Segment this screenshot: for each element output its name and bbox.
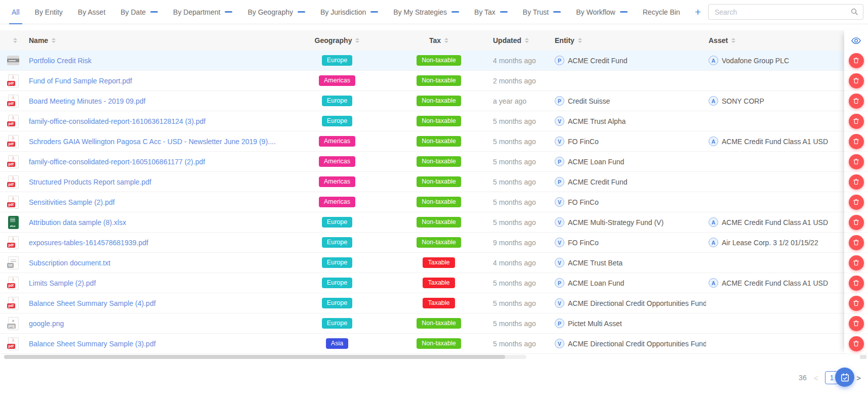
- minus-icon[interactable]: [553, 11, 561, 13]
- asset-cell: AACME Credit Fund Class A1 USD: [706, 278, 844, 288]
- table-row[interactable]: Structured Products Report sample.pdfAme…: [0, 172, 844, 192]
- tab-by-workflow[interactable]: By Workflow: [568, 0, 635, 24]
- tab-by-asset[interactable]: By Asset: [70, 0, 113, 24]
- tab-all[interactable]: All: [4, 0, 27, 24]
- column-header-select[interactable]: [0, 38, 26, 43]
- sort-icon[interactable]: [578, 38, 582, 43]
- table-row[interactable]: Attribution data sample (8).xlsxEuropeNo…: [0, 212, 844, 233]
- sort-icon[interactable]: [525, 38, 529, 43]
- entity-label: ACME Loan Fund: [568, 158, 624, 166]
- delete-button[interactable]: [849, 174, 864, 190]
- sort-icon[interactable]: [355, 38, 359, 43]
- delete-button[interactable]: [849, 195, 864, 210]
- entity-label: ACME Multi-Strategy Fund (V): [568, 218, 664, 227]
- minus-icon[interactable]: [620, 11, 628, 13]
- tab-by-my-strategies[interactable]: By My Strategies: [386, 0, 467, 24]
- delete-button[interactable]: [849, 296, 864, 311]
- sort-icon[interactable]: [52, 38, 56, 43]
- entity-label: ACME Credit Fund: [568, 57, 627, 65]
- document-link[interactable]: Fund of Fund Sample Report.pdf: [29, 77, 132, 85]
- column-header-name[interactable]: Name: [26, 36, 299, 44]
- scrollbar-corner: [860, 355, 866, 359]
- entity-label: Pictet Multi Asset: [568, 320, 622, 328]
- add-tab-button[interactable]: +: [688, 6, 708, 18]
- delete-button[interactable]: [849, 255, 864, 270]
- delete-button[interactable]: [849, 73, 864, 88]
- delete-button[interactable]: [849, 215, 864, 230]
- minus-icon[interactable]: [370, 11, 378, 13]
- table-row[interactable]: Portfolio Credit RiskEuropeNon-taxable4 …: [0, 51, 844, 71]
- search-input[interactable]: [708, 4, 863, 20]
- updated-cell: 5 months ago: [478, 117, 552, 125]
- table-row[interactable]: Board Meeting Minutes - 2019 09.pdfEurop…: [0, 91, 844, 111]
- table-row[interactable]: Balance Sheet Summary Sample (4).pdfEuro…: [0, 293, 844, 313]
- document-link[interactable]: Schroders GAIA Wellington Pagosa C Acc -…: [29, 138, 276, 146]
- delete-button[interactable]: [849, 235, 864, 250]
- delete-button[interactable]: [849, 94, 864, 109]
- next-page-button[interactable]: >: [856, 374, 861, 382]
- document-link[interactable]: google.png: [29, 320, 64, 328]
- asset-label: Vodafone Group PLC: [722, 57, 789, 65]
- table-row[interactable]: Fund of Fund Sample Report.pdfAmericasNo…: [0, 71, 844, 91]
- document-link[interactable]: family-office-consolidated-report-160510…: [29, 158, 205, 166]
- delete-button[interactable]: [849, 134, 864, 149]
- delete-button[interactable]: [849, 53, 864, 68]
- table-row[interactable]: Balance Sheet Summary Sample (3).pdfAsia…: [0, 334, 844, 354]
- sort-icon[interactable]: [731, 38, 735, 43]
- column-header-entity[interactable]: Entity: [552, 36, 706, 44]
- document-link[interactable]: Sensitivities Sample (2).pdf: [29, 198, 115, 206]
- document-link[interactable]: Limits Sample (2).pdf: [29, 279, 96, 287]
- tab-by-department[interactable]: By Department: [166, 0, 240, 24]
- name-cell: Schroders GAIA Wellington Pagosa C Acc -…: [26, 137, 299, 146]
- tab-recycle-bin[interactable]: Recycle Bin: [635, 0, 688, 24]
- column-header-asset[interactable]: Asset: [706, 36, 844, 44]
- table-row[interactable]: family-office-consolidated-report-161063…: [0, 111, 844, 131]
- scrollbar-thumb[interactable]: [4, 355, 505, 359]
- tab-by-entity[interactable]: By Entity: [27, 0, 70, 24]
- sort-icon[interactable]: [444, 38, 448, 43]
- document-link[interactable]: Attribution data sample (8).xlsx: [29, 218, 126, 227]
- minus-icon[interactable]: [500, 11, 508, 13]
- tab-by-tax[interactable]: By Tax: [467, 0, 515, 24]
- calendar-fab-button[interactable]: [835, 368, 854, 387]
- tab-by-jurisdiction[interactable]: By Jurisdiction: [313, 0, 386, 24]
- document-link[interactable]: exposures-tables-1614578681939.pdf: [29, 239, 148, 247]
- minus-icon[interactable]: [150, 11, 158, 13]
- table-row[interactable]: Sensitivities Sample (2).pdfAmericasNon-…: [0, 192, 844, 212]
- tax-badge: Non-taxable: [417, 176, 461, 187]
- column-header-tax[interactable]: Tax: [400, 36, 478, 44]
- tax-badge: Non-taxable: [417, 96, 461, 106]
- prev-page-button[interactable]: <: [814, 374, 818, 382]
- delete-button[interactable]: [849, 154, 864, 169]
- column-header-updated[interactable]: Updated: [478, 36, 552, 44]
- table-row[interactable]: exposures-tables-1614578681939.pdfEurope…: [0, 233, 844, 253]
- document-link[interactable]: Board Meeting Minutes - 2019 09.pdf: [29, 97, 145, 105]
- tab-by-date[interactable]: By Date: [113, 0, 166, 24]
- delete-button[interactable]: [849, 114, 864, 129]
- document-link[interactable]: Structured Products Report sample.pdf: [29, 178, 151, 186]
- minus-icon[interactable]: [451, 11, 459, 13]
- table-row[interactable]: google.pngEuropeNon-taxable5 months agoP…: [0, 313, 844, 334]
- column-label-tax: Tax: [429, 36, 441, 44]
- minus-icon[interactable]: [225, 11, 232, 13]
- document-link[interactable]: Subscription document.txt: [29, 259, 110, 267]
- eye-icon[interactable]: [851, 35, 861, 46]
- column-header-geography[interactable]: Geography: [299, 36, 376, 44]
- minus-icon[interactable]: [298, 11, 305, 13]
- search-icon[interactable]: [850, 8, 858, 16]
- delete-button[interactable]: [849, 276, 864, 291]
- document-link[interactable]: Balance Sheet Summary Sample (3).pdf: [29, 340, 156, 348]
- sort-icon[interactable]: [13, 38, 17, 43]
- table-row[interactable]: Limits Sample (2).pdfEuropeTaxable5 mont…: [0, 273, 844, 293]
- delete-button[interactable]: [849, 336, 864, 351]
- table-row[interactable]: family-office-consolidated-report-160510…: [0, 152, 844, 172]
- tab-by-geography[interactable]: By Geography: [240, 0, 313, 24]
- document-link[interactable]: Portfolio Credit Risk: [29, 57, 92, 65]
- tab-by-trust[interactable]: By Trust: [515, 0, 568, 24]
- updated-cell: 5 months ago: [478, 198, 552, 206]
- delete-button[interactable]: [849, 316, 864, 331]
- table-row[interactable]: Schroders GAIA Wellington Pagosa C Acc -…: [0, 131, 844, 152]
- document-link[interactable]: Balance Sheet Summary Sample (4).pdf: [29, 299, 156, 307]
- document-link[interactable]: family-office-consolidated-report-161063…: [29, 117, 205, 125]
- table-row[interactable]: Subscription document.txtEuropeTaxable4 …: [0, 253, 844, 273]
